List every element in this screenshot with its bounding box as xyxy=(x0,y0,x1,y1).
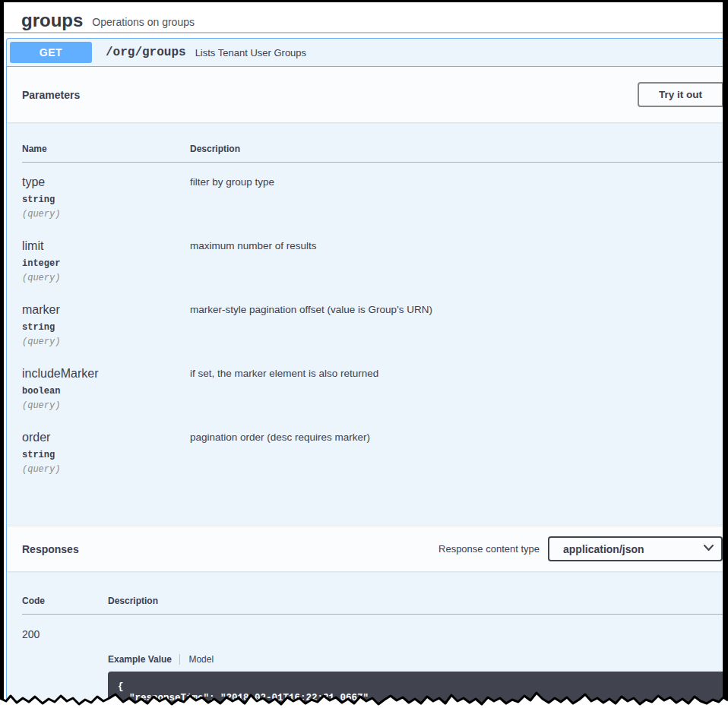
tab-model[interactable]: Model xyxy=(182,654,214,665)
parameter-location: (query) xyxy=(22,337,190,348)
tag-title[interactable]: groups xyxy=(21,10,83,31)
responses-section-header: Responses Response content type applicat… xyxy=(7,526,723,571)
parameter-type: string xyxy=(22,322,190,333)
parameter-name: marker xyxy=(22,302,190,317)
try-it-out-button[interactable]: Try it out xyxy=(638,82,723,107)
page-content: groups Operations on groups GET /org/gro… xyxy=(4,2,723,708)
parameter-name: type xyxy=(22,175,190,189)
parameter-row: marker string (query) marker-style pagin… xyxy=(22,290,723,354)
opblock-get: GET /org/groups Lists Tenant User Groups… xyxy=(6,38,723,708)
method-badge-get: GET xyxy=(10,42,92,63)
parameter-row: limit integer (query) maximum number of … xyxy=(22,226,723,290)
parameters-section-header: Parameters Try it out xyxy=(7,67,723,122)
response-model-tabs: Example Value Model xyxy=(108,654,723,665)
parameter-type: string xyxy=(22,450,190,461)
responses-table: Code Description 200 Example Value xyxy=(22,589,723,708)
parameter-location: (query) xyxy=(22,464,190,476)
response-status-code: 200 xyxy=(22,627,108,640)
tag-description: Operations on groups xyxy=(92,16,195,28)
parameter-name: includeMarker xyxy=(22,366,190,381)
example-json: { "responseTime": "2018-02-01T16:22:31.0… xyxy=(118,681,715,708)
parameters-name-header: Name xyxy=(22,137,190,163)
parameter-name: order xyxy=(22,430,190,444)
parameter-location: (query) xyxy=(22,209,190,220)
responses-description-header: Description xyxy=(108,589,723,615)
swagger-ui-screenshot: groups Operations on groups GET /org/gro… xyxy=(0,0,728,708)
parameter-row: includeMarker boolean (query) if set, th… xyxy=(22,354,723,418)
tag-header: groups Operations on groups xyxy=(4,2,723,33)
operation-path: /org/groups xyxy=(106,46,186,59)
parameter-type: integer xyxy=(22,258,190,270)
parameters-bottom-spacer xyxy=(22,482,723,526)
parameter-row: type string (query) filter by group type xyxy=(22,163,723,227)
parameter-location: (query) xyxy=(22,273,190,284)
response-content-type-select[interactable]: application/json xyxy=(548,536,723,561)
response-content-type-label: Response content type xyxy=(438,543,548,555)
example-value-code-block: { "responseTime": "2018-02-01T16:22:31.0… xyxy=(108,672,723,708)
parameter-type: boolean xyxy=(22,386,190,397)
operation-summary[interactable]: GET /org/groups Lists Tenant User Groups xyxy=(7,39,723,67)
parameter-description: pagination order (desc requires marker) xyxy=(190,430,723,443)
parameter-description: maximum number of results xyxy=(190,239,723,251)
parameter-name: limit xyxy=(22,239,190,253)
parameter-description: if set, the marker element is also retur… xyxy=(190,366,723,379)
parameters-description-header: Description xyxy=(190,137,723,163)
parameter-description: filter by group type xyxy=(190,175,723,188)
responses-table-container: Code Description 200 Example Value xyxy=(7,571,723,708)
parameters-table-container: Name Description type string (query) fil… xyxy=(7,122,723,526)
parameters-title: Parameters xyxy=(22,89,80,101)
response-row: 200 Example Value Model { "responseTime"… xyxy=(22,615,723,708)
parameter-type: string xyxy=(22,194,190,206)
operation-summary-text: Lists Tenant User Groups xyxy=(195,47,306,58)
parameter-location: (query) xyxy=(22,400,190,412)
parameters-table: Name Description type string (query) fil… xyxy=(22,137,723,482)
responses-code-header: Code xyxy=(22,589,108,615)
responses-title: Responses xyxy=(22,543,79,555)
tab-example-value[interactable]: Example Value xyxy=(108,654,180,665)
parameter-row: order string (query) pagination order (d… xyxy=(22,418,723,482)
response-content-type-container: application/json xyxy=(548,536,723,561)
parameter-description: marker-style pagination offset (value is… xyxy=(190,302,723,315)
